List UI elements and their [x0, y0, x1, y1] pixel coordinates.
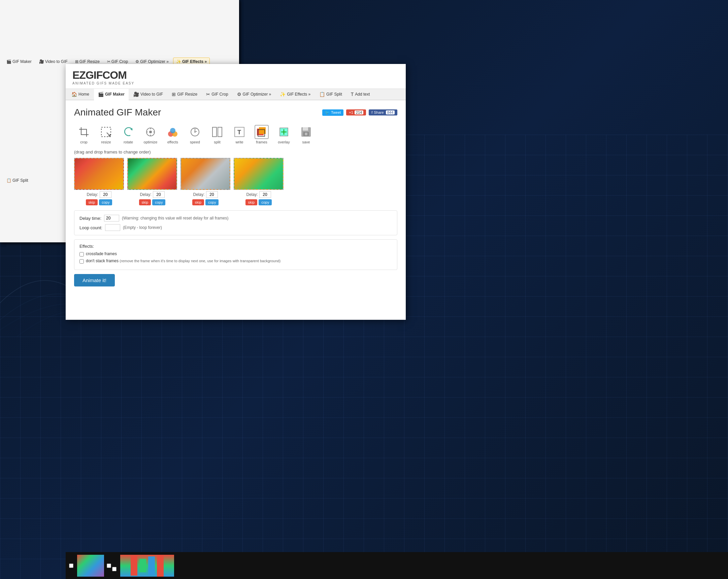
effects-box: Effects: crossfade frames don't stack fr…	[74, 239, 397, 270]
delay-time-note: (Warning: changing this value will reset…	[122, 216, 228, 220]
loop-count-row: Loop count: (Empty - loop forever)	[79, 224, 392, 231]
frame-2-actions: skip copy	[139, 199, 166, 205]
front-window: EZGIFCOM ANIMATED GIFS MADE EASY 🏠 Home …	[66, 64, 406, 320]
frame-2-skip-btn[interactable]: skip	[139, 199, 151, 205]
front-social-row: 🐦 Tweet +1 214 f Share 844	[322, 109, 397, 116]
preview-check-1[interactable]	[69, 563, 73, 568]
front-nav-gif-resize[interactable]: ⊞ GIF Resize	[168, 89, 201, 100]
front-nav-add-text[interactable]: T Add text	[347, 89, 374, 100]
front-gplus-btn[interactable]: +1 214	[346, 109, 366, 115]
tool-overlay[interactable]: overlay	[274, 123, 294, 146]
frame-3-delay-input[interactable]	[206, 191, 218, 198]
front-share-btn[interactable]: f Share 844	[369, 109, 397, 115]
rotate-tool-icon	[121, 125, 135, 139]
svg-text:T: T	[237, 129, 241, 136]
front-nav-gif-optimizer[interactable]: ⚙ GIF Optimizer »	[233, 89, 276, 100]
frame-1-delay-row: Delay:	[86, 191, 111, 198]
tool-resize[interactable]: resize	[96, 123, 116, 146]
loop-count-input[interactable]	[105, 224, 120, 231]
front-tweet-btn[interactable]: 🐦 Tweet	[322, 109, 343, 116]
svg-marker-15	[192, 128, 198, 129]
tool-effects[interactable]: effects	[163, 123, 182, 146]
front-nav-gif-split[interactable]: 📋 GIF Split	[315, 89, 346, 100]
tool-split[interactable]: split	[207, 123, 227, 146]
video-icon: 🎥	[133, 91, 139, 97]
frame-4-copy-btn[interactable]: copy	[259, 199, 272, 205]
frame-3-actions: skip copy	[192, 199, 219, 205]
frame-1-skip-btn[interactable]: skip	[86, 199, 98, 205]
animate-btn[interactable]: Animate it!	[74, 274, 115, 287]
frame-1-actions: skip copy	[86, 199, 112, 205]
front-page-title: Animated GIF Maker	[74, 107, 161, 118]
tool-save[interactable]: save	[296, 123, 316, 146]
resize-tool-icon	[99, 125, 113, 139]
back-nav-gif-split[interactable]: 📋 GIF Split	[3, 176, 31, 184]
front-nav-gif-crop[interactable]: ✂ GIF Crop	[202, 89, 232, 100]
frame-3-skip-btn[interactable]: skip	[192, 199, 204, 205]
effect-no-stack: don't stack frames (remove the frame whe…	[79, 259, 392, 264]
tool-write[interactable]: T write	[230, 123, 249, 146]
front-logo-sub: ANIMATED GIFS MADE EASY	[72, 81, 399, 85]
tool-optimize[interactable]: optimize	[141, 123, 160, 146]
tool-frames[interactable]: frames	[252, 123, 271, 146]
frame-2-delay-row: Delay:	[140, 191, 164, 198]
tool-crop[interactable]: crop	[74, 123, 94, 146]
back-nav-gif-maker[interactable]: 🎬 GIF Maker	[3, 58, 35, 65]
tool-rotate[interactable]: rotate	[119, 123, 138, 146]
front-nav: 🏠 Home 🎬 GIF Maker 🎥 Video to GIF ⊞ GIF …	[66, 89, 406, 100]
svg-rect-16	[212, 127, 216, 137]
front-nav-video-to-gif[interactable]: 🎥 Video to GIF	[129, 89, 167, 100]
write-tool-icon: T	[232, 125, 246, 139]
delay-time-row: Delay time: (Warning: changing this valu…	[79, 215, 392, 221]
front-nav-gif-maker[interactable]: 🎬 GIF Maker	[94, 89, 129, 100]
frame-1-image	[74, 158, 124, 190]
frames-tool-icon	[255, 125, 269, 139]
frame-3-delay-row: Delay:	[193, 191, 217, 198]
frame-3-copy-btn[interactable]: copy	[205, 199, 218, 205]
front-tool-strip: crop resize rotate optimize	[74, 123, 397, 146]
crop-tool-icon	[77, 125, 91, 139]
drag-hint: (drag and drop frames to change order)	[74, 150, 397, 155]
delay-time-label: Delay time:	[79, 216, 101, 221]
overlay-tool-icon	[277, 125, 291, 139]
svg-point-10	[170, 128, 176, 133]
optimize-tool-icon	[144, 125, 158, 139]
frame-2: Delay: skip copy	[127, 158, 177, 205]
front-nav-gif-effects[interactable]: ✨ GIF Effects »	[276, 89, 314, 100]
effect-crossfade: crossfade frames	[79, 252, 392, 257]
preview-check-2[interactable]	[107, 563, 111, 568]
frame-4: Delay: skip copy	[234, 158, 284, 205]
frame-4-actions: skip copy	[245, 199, 272, 205]
frame-1-delay-input[interactable]	[100, 191, 111, 198]
preview-check-3[interactable]	[112, 567, 116, 571]
text-nav-icon: T	[351, 91, 354, 97]
bottom-preview-strip	[66, 552, 728, 579]
tool-speed[interactable]: speed	[185, 123, 205, 146]
frame-2-copy-btn[interactable]: copy	[152, 199, 165, 205]
crossfade-check[interactable]	[79, 252, 84, 257]
speed-tool-icon	[188, 125, 202, 139]
bottom-preview-checkboxes	[67, 563, 76, 568]
loop-count-label: Loop count:	[79, 225, 102, 230]
svg-rect-17	[218, 127, 222, 137]
loop-count-note: (Empty - loop forever)	[123, 225, 162, 230]
front-nav-home[interactable]: 🏠 Home	[67, 89, 93, 100]
no-stack-label: don't stack frames	[86, 259, 119, 263]
front-logo-main: EZGIFCOM	[72, 69, 399, 81]
svg-point-3	[149, 131, 152, 133]
frame-1-copy-btn[interactable]: copy	[99, 199, 112, 205]
frame-3: Delay: skip copy	[181, 158, 230, 205]
no-stack-check[interactable]	[79, 259, 84, 264]
no-stack-desc: (remove the frame when it's time to disp…	[120, 259, 281, 263]
frame-1: Delay: skip copy	[74, 158, 124, 205]
preview-frame-1	[77, 555, 104, 577]
crop-nav-icon: ✂	[206, 91, 210, 97]
effects-nav-icon: ✨	[280, 91, 286, 97]
split-tool-icon	[210, 125, 224, 139]
effects-title: Effects:	[79, 244, 392, 249]
delay-time-input[interactable]	[104, 215, 119, 221]
frame-4-delay-input[interactable]	[259, 191, 271, 198]
frame-2-delay-input[interactable]	[153, 191, 165, 198]
frame-4-skip-btn[interactable]: skip	[245, 199, 258, 205]
frame-3-image	[181, 158, 230, 190]
